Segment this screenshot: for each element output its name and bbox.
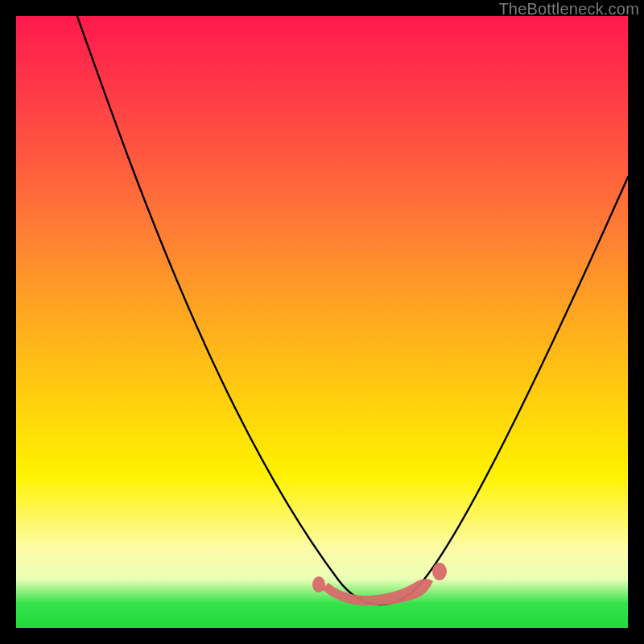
highlight-left-nub <box>312 576 325 592</box>
chart-stage: TheBottleneck.com <box>0 0 644 644</box>
bottom-highlight <box>322 579 433 605</box>
curve-layer <box>16 16 628 628</box>
highlight-dot <box>432 563 447 580</box>
plot-area <box>16 16 628 628</box>
bottleneck-curve <box>77 16 628 605</box>
